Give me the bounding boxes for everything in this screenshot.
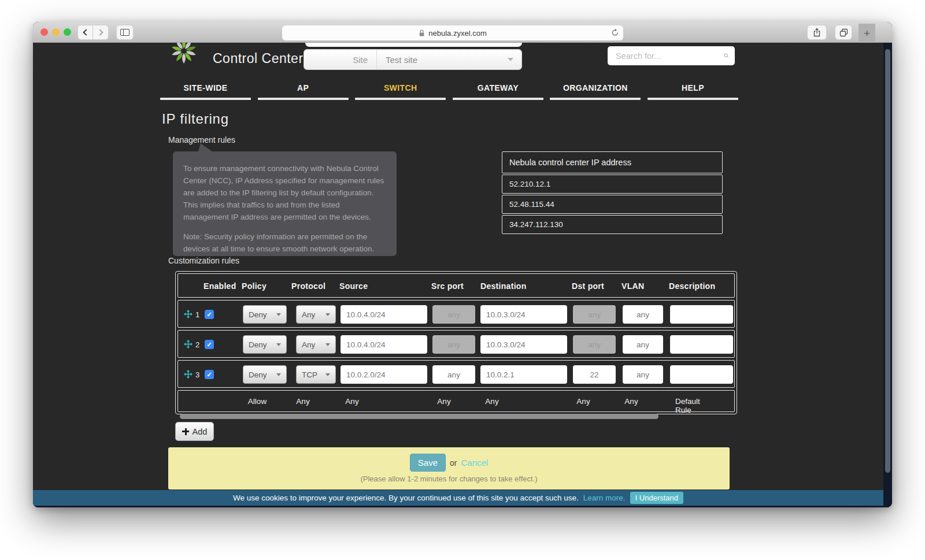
source-input[interactable]: 10.0.4.0/24 bbox=[341, 305, 427, 324]
tooltip-paragraph: To ensure management connectivity with N… bbox=[183, 163, 386, 224]
protocol-select[interactable]: Any bbox=[296, 335, 336, 354]
lock-icon bbox=[419, 29, 425, 37]
col-header-policy: Policy bbox=[242, 281, 267, 291]
enabled-checkbox[interactable] bbox=[205, 370, 214, 379]
dst-port-input: any bbox=[573, 335, 616, 354]
protocol-select[interactable]: Any bbox=[296, 305, 336, 324]
cookie-learn-more-link[interactable]: Learn more. bbox=[583, 494, 626, 502]
default-description: Default Rule bbox=[675, 397, 715, 414]
source-input[interactable]: 10.0.2.0/24 bbox=[341, 365, 427, 384]
chevron-down-icon bbox=[508, 58, 513, 61]
site-selector[interactable]: Site Test site bbox=[304, 49, 522, 70]
sidebar-toggle-button[interactable] bbox=[116, 25, 134, 40]
default-policy: Allow bbox=[248, 397, 267, 406]
save-bar: Save or Cancel (Please allow 1-2 minutes… bbox=[168, 447, 730, 489]
drag-handle-icon[interactable] bbox=[184, 310, 193, 318]
destination-input[interactable]: 10.0.3.0/24 bbox=[480, 335, 567, 354]
management-rules-tooltip: To ensure management connectivity with N… bbox=[173, 151, 397, 256]
browser-titlebar: nebula.zyxel.com bbox=[33, 22, 892, 43]
drag-handle-icon[interactable] bbox=[184, 340, 193, 348]
rule-row: 2 Deny Any 10.0.4.0/24 any 10.0.3.0/24 a… bbox=[177, 330, 735, 358]
forward-button[interactable] bbox=[93, 25, 109, 40]
chevron-down-icon bbox=[276, 343, 281, 346]
source-input[interactable]: 10.0.4.0/24 bbox=[341, 335, 427, 354]
tab-ap[interactable]: AP bbox=[258, 83, 349, 100]
search-box[interactable] bbox=[608, 46, 735, 65]
add-rule-button[interactable]: Add bbox=[175, 422, 214, 441]
cancel-link[interactable]: Cancel bbox=[461, 458, 488, 468]
minimize-window-button[interactable] bbox=[52, 28, 60, 36]
new-tab-button[interactable] bbox=[859, 24, 875, 43]
site-label: Site bbox=[304, 50, 377, 69]
chevron-down-icon bbox=[325, 373, 330, 376]
vlan-input[interactable]: any bbox=[623, 335, 663, 354]
default-rule-row: Allow Any Any Any Any Any Any Default Ru… bbox=[177, 390, 735, 412]
destination-input[interactable]: 10.0.2.1 bbox=[480, 365, 567, 384]
rules-table: Enabled Policy Protocol Source Src port … bbox=[175, 271, 737, 414]
dst-port-input[interactable]: 22 bbox=[573, 365, 616, 384]
nebula-logo bbox=[169, 43, 198, 65]
tabs-icon bbox=[839, 28, 848, 37]
tab-site-wide[interactable]: SITE-WIDE bbox=[160, 83, 251, 100]
brand-name-top: Nebula bbox=[213, 43, 251, 44]
policy-select[interactable]: Deny bbox=[243, 365, 287, 384]
cookie-accept-button[interactable]: I Understand bbox=[630, 492, 683, 504]
reload-button[interactable] bbox=[611, 29, 619, 38]
tab-gateway[interactable]: GATEWAY bbox=[453, 83, 543, 100]
page-title: IP filtering bbox=[162, 111, 229, 127]
description-input[interactable] bbox=[670, 365, 733, 384]
save-button[interactable]: Save bbox=[410, 454, 446, 472]
enabled-checkbox[interactable] bbox=[205, 340, 214, 349]
col-header-source: Source bbox=[339, 281, 368, 291]
policy-select[interactable]: Deny bbox=[243, 335, 287, 354]
default-source: Any bbox=[345, 397, 358, 406]
policy-select[interactable]: Deny bbox=[243, 305, 287, 324]
chevron-down-icon bbox=[276, 373, 281, 376]
close-window-button[interactable] bbox=[40, 28, 48, 36]
search-input[interactable] bbox=[608, 51, 724, 61]
ncc-table-header: Nebula control center IP address bbox=[502, 151, 723, 173]
col-header-enabled: Enabled bbox=[204, 281, 236, 291]
chevron-down-icon bbox=[325, 343, 330, 346]
save-note: (Please allow 1-2 minutes for changes to… bbox=[360, 474, 537, 483]
src-port-input[interactable]: any bbox=[432, 365, 475, 384]
vlan-input[interactable]: any bbox=[623, 305, 663, 324]
vlan-input[interactable]: any bbox=[623, 365, 663, 384]
tab-overview-button[interactable] bbox=[835, 25, 852, 40]
default-dst-port: Any bbox=[576, 397, 590, 406]
browser-window: nebula.zyxel.com bbox=[33, 22, 892, 507]
back-button[interactable] bbox=[77, 25, 93, 40]
destination-input[interactable]: 10.0.3.0/24 bbox=[480, 305, 567, 324]
tab-help[interactable]: HELP bbox=[648, 83, 738, 100]
ncc-ip-row: 34.247.112.130 bbox=[502, 215, 723, 234]
url-text: nebula.zyxel.com bbox=[428, 29, 486, 38]
chevron-right-icon bbox=[97, 29, 103, 35]
col-header-vlan: VLAN bbox=[621, 281, 644, 291]
col-header-protocol: Protocol bbox=[291, 281, 325, 291]
ncc-ip-table: Nebula control center IP address 52.210.… bbox=[502, 151, 723, 235]
share-icon bbox=[813, 28, 821, 37]
drag-handle-icon[interactable] bbox=[184, 370, 193, 379]
horizontal-scrollbar-thumb[interactable] bbox=[180, 414, 658, 419]
tab-organization[interactable]: ORGANIZATION bbox=[550, 83, 641, 100]
tab-switch[interactable]: SWITCH bbox=[355, 83, 446, 100]
address-bar[interactable]: nebula.zyxel.com bbox=[282, 25, 623, 40]
default-vlan: Any bbox=[624, 397, 638, 406]
protocol-select[interactable]: TCP bbox=[296, 365, 336, 384]
chevron-down-icon bbox=[325, 313, 330, 316]
ncc-ip-row: 52.210.12.1 bbox=[502, 175, 723, 194]
organization-selector-cut[interactable] bbox=[305, 43, 522, 47]
vertical-scrollbar-gutter bbox=[883, 43, 892, 507]
description-input[interactable] bbox=[670, 335, 733, 354]
enabled-checkbox[interactable] bbox=[205, 310, 214, 319]
rule-index: 2 bbox=[195, 340, 199, 349]
vertical-scrollbar-thumb[interactable] bbox=[885, 49, 890, 473]
zoom-window-button[interactable] bbox=[64, 28, 71, 36]
rule-row: 1 Deny Any 10.0.4.0/24 any 10.0.3.0/24 a… bbox=[177, 300, 735, 328]
tooltip-arrow bbox=[198, 143, 212, 151]
share-button[interactable] bbox=[807, 25, 827, 40]
description-input[interactable] bbox=[670, 305, 733, 324]
src-port-input: any bbox=[432, 335, 475, 354]
customization-rules-label: Customization rules bbox=[168, 256, 239, 265]
chevron-left-icon bbox=[83, 29, 89, 35]
